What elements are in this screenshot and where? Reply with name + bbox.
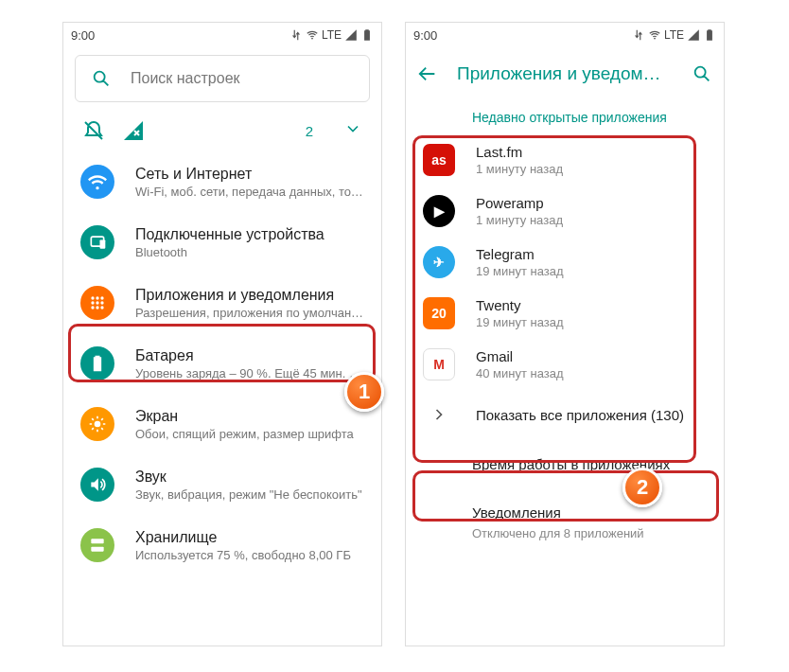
svg-point-10: [96, 306, 98, 309]
setting-sub: Обои, спящий режим, размер шрифта: [135, 427, 364, 441]
setting-apps[interactable]: Приложения и уведомленияРазрешения, прил…: [63, 273, 381, 333]
app-name: Twenty: [476, 297, 564, 313]
recent-app-lastfm[interactable]: asLast.fm1 минуту назад: [406, 134, 724, 186]
status-time: 9:00: [413, 28, 437, 43]
battery-icon: [703, 28, 716, 42]
app-time: 1 минуту назад: [476, 162, 563, 176]
app-name: Telegram: [476, 246, 564, 262]
svg-rect-2: [100, 240, 106, 249]
storage-icon: [80, 528, 114, 562]
display-icon: [80, 407, 114, 441]
setting-title: Приложения и уведомления: [135, 287, 364, 304]
search-placeholder: Поиск настроек: [131, 70, 240, 87]
marker-1: 1: [344, 372, 384, 412]
status-bar: 9:00 LTE: [406, 23, 724, 47]
app-icon: ▶: [423, 195, 455, 227]
quick-settings-row[interactable]: 2: [63, 110, 381, 151]
setting-sub: Wi-Fi, моб. сети, передача данных, точк.…: [135, 185, 364, 199]
svg-rect-13: [91, 539, 103, 543]
app-icon: as: [423, 144, 455, 176]
setting-sound[interactable]: ЗвукЗвук, вибрация, режим "Не беспокоить…: [63, 454, 381, 515]
network-label: LTE: [322, 28, 342, 42]
show-all-apps[interactable]: Показать все приложения (130): [406, 390, 724, 439]
setting-sub: Звук, вибрация, режим "Не беспокоить": [135, 487, 364, 502]
screen-time-row[interactable]: Время работы в приложениях: [406, 439, 724, 476]
status-bar: 9:00 LTE: [63, 23, 381, 47]
wifi-status-icon: [306, 28, 319, 42]
app-icon: ✈: [423, 246, 455, 278]
app-name: Poweramp: [476, 195, 563, 211]
svg-point-3: [91, 296, 94, 299]
back-icon[interactable]: [417, 63, 438, 84]
setting-title: Батарея: [135, 347, 364, 364]
app-time: 19 минут назад: [476, 315, 564, 329]
recent-app-poweramp[interactable]: ▶Poweramp1 минуту назад: [406, 186, 724, 237]
setting-storage[interactable]: ХранилищеИспользуется 75 %, свободно 8,0…: [63, 515, 381, 575]
marker-2: 2: [622, 468, 662, 507]
setting-sub: Уровень заряда – 90 %. Ещё 45 мин. до ..…: [135, 366, 364, 380]
wifi-icon: [80, 165, 114, 199]
setting-title: Сеть и Интернет: [135, 166, 364, 183]
app-time: 19 минут назад: [476, 264, 564, 278]
svg-point-11: [100, 306, 103, 309]
devices-icon: [80, 225, 114, 259]
data-off-icon: [122, 119, 145, 142]
swap-icon: [632, 28, 645, 42]
network-label: LTE: [664, 28, 684, 42]
swap-icon: [289, 28, 303, 42]
app-name: Last.fm: [476, 144, 563, 160]
svg-point-5: [100, 296, 103, 299]
setting-battery[interactable]: БатареяУровень заряда – 90 %. Ещё 45 мин…: [63, 333, 381, 394]
svg-point-7: [96, 301, 98, 304]
setting-title: Хранилище: [135, 529, 364, 546]
settings-search[interactable]: Поиск настроек: [75, 55, 370, 102]
setting-sub: Bluetooth: [135, 245, 364, 259]
svg-point-6: [91, 301, 94, 304]
wifi-status-icon: [648, 28, 661, 42]
search-icon: [91, 68, 112, 89]
setting-wifi[interactable]: Сеть и ИнтернетWi-Fi, моб. сети, передач…: [63, 151, 381, 212]
battery-icon: [80, 346, 114, 380]
svg-point-0: [311, 38, 313, 40]
svg-point-4: [96, 296, 98, 299]
apps-notifications-screen: 9:00 LTE Приложения и уведом… Недавно от…: [405, 22, 725, 646]
status-time: 9:00: [71, 28, 95, 43]
show-all-label: Показать все приложения (130): [476, 407, 684, 423]
battery-icon: [360, 28, 374, 42]
signal-icon: [687, 28, 700, 42]
search-icon[interactable]: [692, 63, 712, 84]
app-icon: M: [423, 348, 455, 380]
app-bar: Приложения и уведом…: [406, 47, 724, 100]
notifications-sub: Отключено для 8 приложений: [406, 524, 724, 540]
setting-sub: Разрешения, приложения по умолчанию: [135, 306, 364, 320]
setting-title: Звук: [135, 469, 364, 486]
svg-point-8: [100, 301, 103, 304]
recent-apps-header: Недавно открытые приложения: [406, 100, 724, 134]
app-name: Gmail: [476, 348, 564, 364]
recent-app-gmail[interactable]: MGmail40 минут назад: [406, 339, 724, 390]
dnd-off-icon: [82, 119, 105, 142]
expand-icon[interactable]: [343, 119, 362, 142]
app-bar-title: Приложения и уведом…: [457, 63, 673, 84]
svg-rect-14: [91, 547, 103, 552]
svg-point-9: [91, 306, 94, 309]
setting-title: Экран: [135, 408, 364, 425]
setting-display[interactable]: ЭкранОбои, спящий режим, размер шрифта: [63, 394, 381, 454]
app-time: 1 минуту назад: [476, 213, 563, 227]
svg-point-15: [654, 38, 656, 40]
settings-main-screen: 9:00 LTE Поиск настроек 2 Сеть и Интерне…: [62, 22, 382, 646]
setting-devices[interactable]: Подключенные устройстваBluetooth: [63, 212, 381, 273]
signal-icon: [344, 28, 358, 42]
status-icons: LTE: [632, 28, 716, 42]
recent-app-telegram[interactable]: ✈Telegram19 минут назад: [406, 237, 724, 288]
notifications-row[interactable]: Уведомления: [406, 476, 724, 524]
chevron-right-icon: [430, 405, 448, 424]
app-icon: 20: [423, 297, 455, 329]
sound-icon: [80, 468, 114, 502]
apps-icon: [80, 286, 114, 320]
svg-point-12: [95, 421, 101, 428]
app-time: 40 минут назад: [476, 366, 564, 380]
setting-sub: Используется 75 %, свободно 8,00 ГБ: [135, 548, 364, 562]
status-icons: LTE: [289, 28, 374, 42]
recent-app-twenty[interactable]: 20Twenty19 минут назад: [406, 288, 724, 339]
